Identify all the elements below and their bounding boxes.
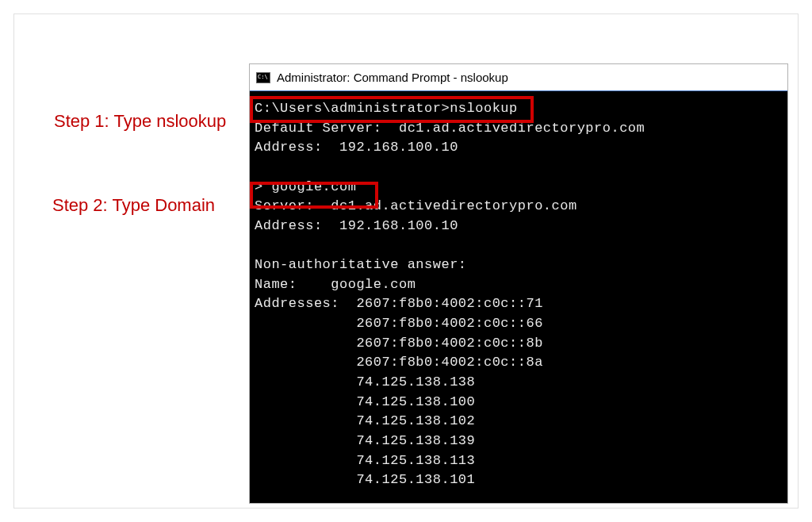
command-prompt-window: Administrator: Command Prompt - nslookup… bbox=[249, 63, 788, 504]
addresses-line-1: 2607:f8b0:4002:c0c::66 bbox=[255, 316, 543, 331]
name-line: Name: google.com bbox=[255, 277, 416, 292]
prompt-line-2: > google.com bbox=[255, 179, 356, 194]
window-title: Administrator: Command Prompt - nslookup bbox=[277, 71, 508, 84]
addresses-line-6: 74.125.138.102 bbox=[255, 413, 475, 428]
tutorial-canvas: Step 1: Type nslookup Step 2: Type Domai… bbox=[14, 14, 798, 508]
default-server-line: Default Server: dc1.ad.activedirectorypr… bbox=[255, 121, 645, 136]
terminal-output[interactable]: C:\Users\administrator>nslookup Default … bbox=[250, 91, 787, 503]
non-auth-label: Non-authoritative answer: bbox=[255, 257, 467, 272]
cmd-icon bbox=[256, 72, 270, 83]
addresses-line-4: 74.125.138.138 bbox=[255, 374, 475, 390]
server-line: Server: dc1.ad.activedirectorypro.com bbox=[255, 198, 577, 213]
addresses-line-2: 2607:f8b0:4002:c0c::8b bbox=[255, 336, 543, 351]
window-titlebar[interactable]: Administrator: Command Prompt - nslookup bbox=[250, 64, 787, 91]
addresses-line-9: 74.125.138.101 bbox=[255, 472, 475, 487]
step-2-label: Step 2: Type Domain bbox=[52, 195, 215, 216]
addresses-line-3: 2607:f8b0:4002:c0c::8a bbox=[255, 355, 543, 370]
prompt-line-1: C:\Users\administrator>nslookup bbox=[255, 101, 518, 116]
step-1-label: Step 1: Type nslookup bbox=[54, 111, 226, 132]
addresses-line-5: 74.125.138.100 bbox=[255, 394, 475, 409]
addresses-line-0: Addresses: 2607:f8b0:4002:c0c::71 bbox=[255, 296, 543, 311]
default-address-line: Address: 192.168.100.10 bbox=[255, 140, 458, 155]
address-line: Address: 192.168.100.10 bbox=[255, 218, 458, 233]
addresses-line-7: 74.125.138.139 bbox=[255, 433, 475, 448]
addresses-line-8: 74.125.138.113 bbox=[255, 453, 475, 468]
